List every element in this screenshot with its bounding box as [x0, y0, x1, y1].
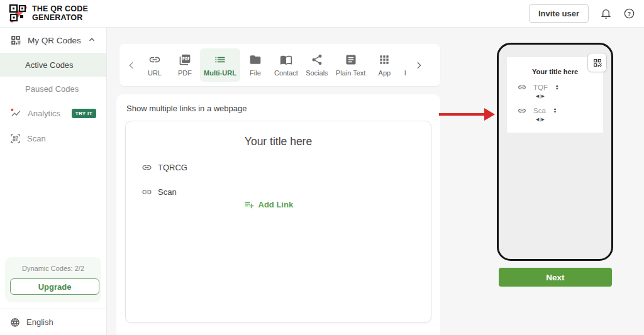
preview-link-label: Sca — [533, 107, 546, 114]
language-selector[interactable]: English — [0, 309, 106, 335]
link-row[interactable]: Scan — [142, 187, 431, 197]
link-label: TQRCG — [158, 163, 187, 172]
playlist-add-icon — [244, 199, 255, 210]
qr-type-tabbar: URL PDF Multi-URL File Contact — [119, 44, 440, 86]
resize-handle[interactable]: ◀|▶ — [536, 117, 603, 122]
font-size-stepper[interactable]: ▲▼ — [553, 107, 557, 114]
sidebar-item-active-codes[interactable]: Active Codes — [0, 53, 106, 77]
help-icon[interactable]: ? — [623, 8, 635, 19]
sidebar-item-scan[interactable]: Scan — [0, 126, 106, 151]
sidebar-item-label: My QR Codes — [28, 36, 81, 45]
sidebar-item-label: Scan — [27, 134, 46, 143]
tab-partial[interactable]: I — [399, 48, 411, 82]
editor-title-input[interactable]: Your title here — [126, 135, 431, 148]
editor-card: Your title here TQRCG Scan Add Link — [125, 121, 431, 323]
tab-pdf[interactable]: PDF — [170, 48, 200, 82]
preview-link-row[interactable]: Sca ▲▼ — [518, 106, 603, 115]
resize-handle[interactable]: ◀|▶ — [536, 94, 603, 99]
tab-file[interactable]: File — [240, 48, 270, 82]
pdf-icon — [179, 53, 191, 66]
tab-url[interactable]: URL — [140, 48, 170, 82]
link-icon — [518, 83, 526, 92]
try-it-badge[interactable]: TRY IT — [72, 109, 96, 118]
tab-app[interactable]: App — [369, 48, 399, 82]
plan-usage-box: Dynamic Codes: 2/2 Upgrade — [5, 257, 101, 302]
chevron-up-icon[interactable] — [87, 35, 96, 46]
link-icon — [142, 187, 152, 197]
link-label: Scan — [158, 187, 177, 197]
sidebar-item-analytics[interactable]: Analytics TRY IT — [0, 101, 106, 126]
sidebar-item-paused-codes[interactable]: Paused Codes — [0, 77, 106, 101]
list-icon — [214, 53, 226, 66]
share-icon — [311, 53, 323, 66]
link-row[interactable]: TQRCG — [142, 162, 431, 173]
globe-icon — [10, 317, 20, 327]
sidebar-item-label: Paused Codes — [25, 84, 79, 94]
tabs-scroll-right-icon[interactable] — [411, 60, 427, 70]
top-header: THE QR CODE GENERATOR Invite user ? — [0, 0, 644, 28]
panel-subtitle: Show multiple links in a webpage — [116, 94, 440, 121]
sidebar-item-label: Analytics — [28, 109, 60, 118]
next-button[interactable]: Next — [499, 268, 612, 287]
red-arrow — [439, 113, 486, 116]
link-icon — [518, 106, 526, 115]
document-icon — [345, 53, 357, 66]
phone-preview: Your title here TQF ▲▼ ◀|▶ Sca ▲▼ ◀|▶ — [497, 43, 613, 261]
preview-qr-toggle-button[interactable] — [587, 53, 607, 72]
font-size-stepper[interactable]: ▲▼ — [555, 84, 558, 91]
tabs-scroll-left-icon[interactable] — [123, 60, 140, 70]
link-icon — [142, 162, 152, 173]
tab-plain-text[interactable]: Plain Text — [332, 48, 370, 82]
add-link-button[interactable]: Add Link — [244, 199, 313, 210]
tab-multi-url[interactable]: Multi-URL — [200, 48, 240, 82]
app-root: THE QR CODE GENERATOR Invite user ? — [0, 0, 644, 335]
qr-code-icon — [592, 58, 602, 68]
analytics-chart-icon — [10, 107, 21, 119]
tab-contact[interactable]: Contact — [270, 48, 302, 82]
qr-scan-icon — [10, 133, 21, 144]
contact-book-icon — [280, 53, 292, 66]
invite-user-button[interactable]: Invite user — [529, 4, 589, 23]
sidebar-item-my-qr-codes[interactable]: My QR Codes — [0, 28, 106, 53]
app-logo[interactable]: THE QR CODE GENERATOR — [9, 4, 88, 23]
link-icon — [148, 53, 161, 66]
dynamic-codes-count: Dynamic Codes: 2/2 — [10, 265, 96, 272]
multi-url-editor-panel: Show multiple links in a webpage Your ti… — [116, 94, 440, 335]
red-arrow-head — [484, 108, 495, 121]
qr-code-icon — [10, 35, 21, 46]
tab-socials[interactable]: Socials — [302, 48, 332, 82]
sidebar-item-label: Active Codes — [25, 60, 74, 70]
preview-link-label: TQF — [533, 84, 548, 91]
folder-icon — [249, 53, 262, 66]
qr-logo-icon — [9, 4, 28, 23]
notifications-bell-icon[interactable] — [600, 8, 612, 19]
language-label: English — [26, 317, 53, 327]
upgrade-button[interactable]: Upgrade — [10, 278, 99, 295]
svg-text:?: ? — [628, 11, 631, 17]
apps-grid-icon — [378, 53, 391, 66]
preview-link-row[interactable]: TQF ▲▼ — [518, 83, 603, 92]
sidebar: My QR Codes Active Codes Paused Codes An… — [0, 28, 107, 335]
logo-text: THE QR CODE GENERATOR — [32, 5, 88, 23]
